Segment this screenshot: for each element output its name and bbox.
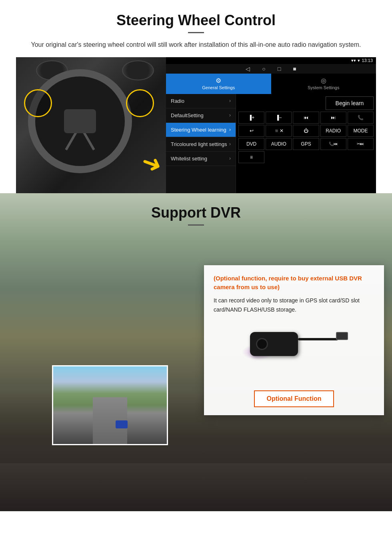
mute-btn[interactable]: ◾✕ (266, 125, 292, 137)
tab-general-label: General Settings (202, 85, 235, 90)
highlight-circle-right (126, 89, 154, 117)
menu-white-label: Whitelist setting (171, 156, 207, 162)
menu-default-label: DefaultSetting (171, 112, 204, 118)
back-call-btn[interactable]: ↩ (238, 125, 264, 137)
android-ui-panel: ▾▾ ▾ 13:13 ◁ ○ □ ■ ⚙ General Settings ◎ … (166, 57, 376, 193)
signal-icon: ▾▾ (351, 58, 356, 63)
menu-item-whitelist[interactable]: Whitelist setting › (166, 152, 236, 166)
gauge-right (122, 60, 154, 80)
control-button-grid: ▐+ ▐− ⏮ ⏭ 📞 ↩ ◾✕ ⏻ RADIO MODE DVD AUDIO … (238, 112, 374, 163)
steering-wheel (28, 69, 132, 173)
steering-photo: ➜ (16, 57, 166, 193)
arrow-indicator: ➜ (138, 146, 166, 180)
tab-general-settings[interactable]: ⚙ General Settings (166, 74, 271, 94)
menu-radio-label: Radio (171, 98, 184, 104)
menu-icon[interactable]: ■ (293, 66, 296, 72)
chevron-icon: › (229, 127, 231, 132)
dvr-section: Support DVR (Optional function, require … (0, 193, 392, 511)
audio-btn[interactable]: AUDIO (266, 138, 292, 150)
menu-tri-label: Tricoloured light settings (171, 141, 227, 147)
android-nav-bar: ◁ ○ □ ■ (166, 64, 376, 74)
dvd-btn[interactable]: DVD (238, 138, 264, 150)
general-settings-icon: ⚙ (216, 77, 221, 84)
steering-subtitle: Your original car's steering wheel contr… (24, 40, 368, 50)
chevron-icon: › (229, 112, 231, 118)
dvr-screenshot-thumbnail (52, 365, 168, 445)
android-status-bar: ▾▾ ▾ 13:13 (166, 57, 376, 64)
recents-icon[interactable]: □ (278, 66, 281, 72)
menu-steering-label: Steering Wheel learning (171, 127, 226, 133)
call-btn[interactable]: 📞 (348, 112, 374, 124)
steering-title: Steering Wheel Control (16, 12, 376, 29)
menu-item-tricoloured[interactable]: Tricoloured light settings › (166, 137, 236, 152)
radio-btn[interactable]: RADIO (320, 125, 346, 137)
title-divider (188, 32, 204, 33)
steering-section: Steering Wheel Control Your original car… (0, 0, 392, 193)
android-tabs: ⚙ General Settings ◎ System Settings (166, 74, 376, 94)
mode-btn[interactable]: MODE (348, 125, 374, 137)
menu-item-default[interactable]: DefaultSetting › (166, 108, 236, 123)
dvr-dashboard (0, 463, 392, 511)
chevron-icon: › (229, 98, 231, 104)
steering-hub (64, 109, 96, 133)
dvr-info-card: (Optional function, require to buy exter… (204, 265, 384, 415)
tab-system-settings[interactable]: ◎ System Settings (271, 74, 376, 94)
system-settings-icon: ◎ (321, 77, 326, 84)
highlight-circle-left (24, 89, 52, 117)
wifi-icon: ▾ (358, 58, 360, 63)
chevron-icon: › (229, 141, 231, 147)
call-prev-btn[interactable]: 📞⏮ (320, 138, 346, 150)
prev-track-btn[interactable]: ⏮ (293, 112, 319, 124)
steering-composite: ➜ ▾▾ ▾ 13:13 ◁ ○ □ ■ ⚙ General Settings (16, 57, 376, 193)
menu-item-radio[interactable]: Radio › (166, 94, 236, 108)
cam-lens (256, 338, 268, 350)
next-track-btn[interactable]: ⏭ (320, 112, 346, 124)
dvr-thumb-car (116, 420, 128, 428)
cam-usb-connector (336, 332, 348, 340)
cam-usb-cable (298, 338, 338, 340)
android-content: Radio › DefaultSetting › Steering Wheel … (166, 94, 376, 193)
chevron-icon: › (229, 156, 231, 161)
vol-up-btn[interactable]: ▐+ (238, 112, 264, 124)
menu-item-steering[interactable]: Steering Wheel learning › (166, 123, 236, 137)
dvr-optional-text: (Optional function, require to buy exter… (214, 274, 374, 292)
android-menu: Radio › DefaultSetting › Steering Wheel … (166, 94, 236, 193)
dvr-title: Support DVR (0, 204, 392, 221)
dvr-description: It can record video only to storage in G… (214, 296, 374, 314)
dvr-camera-image (230, 320, 358, 384)
dvr-title-divider (188, 224, 204, 226)
status-time: 13:13 (362, 58, 373, 63)
android-control-panel: Begin learn ▐+ ▐− ⏮ ⏭ 📞 ↩ ◾✕ ⏻ RADIO MOD… (236, 94, 376, 193)
cam-body (250, 332, 298, 356)
optional-function-button[interactable]: Optional Function (254, 390, 334, 407)
dvr-title-block: Support DVR (0, 193, 392, 236)
home-icon[interactable]: ○ (262, 66, 265, 72)
begin-learn-button[interactable]: Begin learn (326, 96, 374, 110)
dvr-camera-area (214, 320, 374, 384)
tab-system-label: System Settings (308, 85, 339, 90)
misc-btn[interactable]: ≡ (238, 151, 264, 163)
vol-down-btn[interactable]: ▐− (266, 112, 292, 124)
gps-btn[interactable]: GPS (293, 138, 319, 150)
dvr-thumb-bg (53, 366, 167, 444)
power-btn[interactable]: ⏻ (293, 125, 319, 137)
cut-next-btn[interactable]: ✂⏭ (348, 138, 374, 150)
back-icon[interactable]: ◁ (246, 66, 250, 72)
